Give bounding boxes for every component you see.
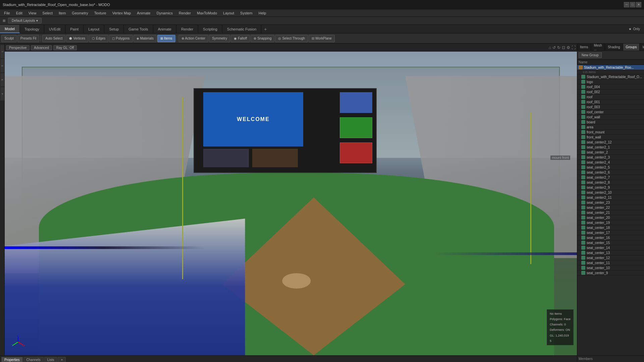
- snapping-button[interactable]: ⊛ Snapping: [251, 35, 274, 42]
- add-list-button[interactable]: +: [58, 357, 66, 362]
- tab-items[interactable]: Items: [577, 44, 591, 51]
- tab-images[interactable]: Images: [640, 44, 644, 51]
- perspective-button[interactable]: Perspective: [6, 45, 30, 50]
- tree-item-27[interactable]: seat_center_23: [577, 200, 644, 205]
- tab-uvedit[interactable]: UVEdit: [44, 25, 65, 33]
- menu-view[interactable]: View: [26, 10, 39, 16]
- tree-item-13[interactable]: front_mount: [577, 130, 644, 135]
- viewport-area[interactable]: Perspective Advanced Ray GL: Off ⌂ ↺ ↻ ⊡…: [5, 44, 577, 355]
- tab-model[interactable]: Model: [0, 25, 20, 33]
- tab-layout[interactable]: Layout: [84, 25, 104, 33]
- tree-item-12[interactable]: area: [577, 125, 644, 130]
- tree-item-2[interactable]: Stadium_with_Retractable_Roof_O...: [577, 74, 644, 79]
- tree-item-23[interactable]: seat_center2_8: [577, 180, 644, 185]
- auto-select-button[interactable]: Auto Select: [42, 35, 65, 42]
- presets-button[interactable]: Presets Fil: [17, 35, 39, 42]
- tab-scripting[interactable]: Scripting: [198, 25, 222, 33]
- menu-system[interactable]: System: [237, 10, 255, 16]
- ray-gl-button[interactable]: Ray GL: Off: [53, 45, 77, 50]
- minimize-button[interactable]: ─: [624, 2, 629, 7]
- tree-item-6[interactable]: roof: [577, 95, 644, 100]
- tree-item-18[interactable]: seat_center2_3: [577, 155, 644, 160]
- tab-groups[interactable]: Groups: [623, 44, 640, 51]
- menu-layout[interactable]: Layout: [220, 10, 237, 16]
- menu-maxtomodo[interactable]: MaxToModo: [194, 10, 220, 16]
- symmetry-button[interactable]: Symmetry: [209, 35, 230, 42]
- menu-select[interactable]: Select: [40, 10, 55, 16]
- viewport-redo-icon[interactable]: ↻: [557, 45, 560, 50]
- stadium-3d-view[interactable]: WELCOME X: [5, 52, 577, 355]
- left-sidebar-tool-3[interactable]: E: [0, 73, 4, 86]
- menu-help[interactable]: Help: [256, 10, 269, 16]
- edges-button[interactable]: ⬡ Edges: [89, 35, 108, 42]
- tree-item-39[interactable]: seat_center_11: [577, 260, 644, 265]
- tree-item-14[interactable]: front_wall: [577, 135, 644, 140]
- advanced-button[interactable]: Advanced: [31, 45, 52, 50]
- viewport-fullscreen-icon[interactable]: ⛶: [572, 45, 576, 50]
- tree-item-34[interactable]: seat_center_16: [577, 235, 644, 240]
- tab-topology[interactable]: Topology: [20, 25, 44, 33]
- viewport-settings-icon[interactable]: ⚙: [567, 45, 570, 50]
- tree-item-33[interactable]: seat_center_17: [577, 230, 644, 235]
- only-button[interactable]: ★ Only: [625, 25, 644, 33]
- tab-schematic[interactable]: Schematic Fusion: [222, 25, 261, 33]
- tree-item-28[interactable]: seat_center_22: [577, 205, 644, 210]
- tree-item-9[interactable]: roof_center: [577, 110, 644, 115]
- tree-item-19[interactable]: seat_center2_4: [577, 160, 644, 165]
- tree-item-16[interactable]: seat_center2_1: [577, 145, 644, 150]
- menu-file[interactable]: File: [1, 10, 13, 16]
- viewport-home-icon[interactable]: ⌂: [549, 45, 551, 50]
- materials-button[interactable]: ◈ Materials: [133, 35, 157, 42]
- tree-item-17[interactable]: seat_center_2: [577, 150, 644, 155]
- tree-item-15[interactable]: seat_center2_12: [577, 140, 644, 145]
- viewport-undo-icon[interactable]: ↺: [552, 45, 556, 50]
- left-sidebar-tool-4[interactable]: P: [0, 87, 4, 101]
- action-center-button[interactable]: ⊕ Action Center: [178, 35, 209, 42]
- menu-vertexmap[interactable]: Vertex Map: [110, 10, 134, 16]
- tab-shading[interactable]: Shading: [605, 44, 623, 51]
- tree-item-32[interactable]: seat_center_18: [577, 225, 644, 230]
- items-button[interactable]: ⊞ Items: [157, 35, 175, 42]
- menu-dynamics[interactable]: Dynamics: [154, 10, 175, 16]
- menu-texture[interactable]: Texture: [92, 10, 109, 16]
- menu-geometry[interactable]: Geometry: [69, 10, 91, 16]
- tree-item-35[interactable]: seat_center_15: [577, 240, 644, 245]
- tree-item-38[interactable]: seat_center_12: [577, 255, 644, 260]
- tree-item-5[interactable]: roof_002: [577, 89, 644, 95]
- tree-item-10[interactable]: roof_wall: [577, 115, 644, 120]
- menu-animate[interactable]: Animate: [134, 10, 153, 16]
- tab-paint[interactable]: Paint: [65, 25, 84, 33]
- menu-item[interactable]: Item: [56, 10, 68, 16]
- tree-item-22[interactable]: seat_center2_7: [577, 175, 644, 180]
- workplane-button[interactable]: ⊟ WorkPlane: [309, 35, 335, 42]
- add-tab-button[interactable]: +: [261, 25, 269, 33]
- tree-item-30[interactable]: seat_center_20: [577, 215, 644, 220]
- new-group-button[interactable]: New Group: [579, 52, 602, 58]
- vertices-button[interactable]: ⬟ Vertices: [66, 35, 88, 42]
- tree-item-4[interactable]: roof_004: [577, 84, 644, 89]
- default-layouts-button[interactable]: Default Layouts ▾: [8, 18, 42, 23]
- close-button[interactable]: ✕: [636, 2, 641, 7]
- tab-gametools[interactable]: Game Tools: [124, 25, 153, 33]
- tree-item-40[interactable]: seat_center_10: [577, 265, 644, 270]
- tab-mesh[interactable]: Mesh ...: [591, 44, 605, 51]
- menu-edit[interactable]: Edit: [13, 10, 25, 16]
- tree-item-41[interactable]: seat_center_9: [577, 270, 644, 276]
- tree-item-37[interactable]: seat_center_13: [577, 250, 644, 255]
- tree-item-0[interactable]: Stadium_with_Retractable_Roo...: [577, 65, 644, 70]
- viewport-zoom-fit-icon[interactable]: ⊡: [562, 45, 565, 50]
- channels-tab[interactable]: Channels: [23, 357, 44, 362]
- tree-item-26[interactable]: seat_center2_11: [577, 195, 644, 200]
- tree-item-36[interactable]: seat_center_14: [577, 245, 644, 250]
- tab-render[interactable]: Render: [176, 25, 198, 33]
- tab-animate[interactable]: Animate: [153, 25, 176, 33]
- left-sidebar-tool-2[interactable]: S: [0, 59, 4, 72]
- menu-render[interactable]: Render: [176, 10, 194, 16]
- tree-item-8[interactable]: roof_003: [577, 105, 644, 110]
- tree-item-31[interactable]: seat_center_19: [577, 220, 644, 225]
- right-panel-content[interactable]: Stadium_with_Retractable_Roo...115 items…: [577, 65, 644, 355]
- tree-item-11[interactable]: board: [577, 120, 644, 125]
- tree-item-25[interactable]: seat_center2_10: [577, 190, 644, 195]
- tree-item-21[interactable]: seat_center2_6: [577, 170, 644, 175]
- select-through-button[interactable]: ◎ Select Through: [275, 35, 308, 42]
